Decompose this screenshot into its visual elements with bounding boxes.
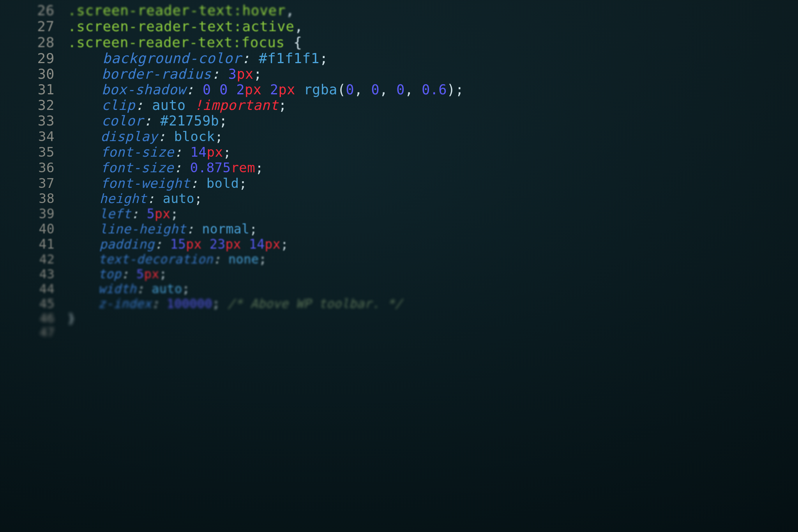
token-unit: px <box>225 237 241 252</box>
code-editor[interactable]: 26.screen-reader-text:hover,27.screen-re… <box>0 0 798 532</box>
line-number: 26 <box>0 2 68 18</box>
line-number: 37 <box>0 175 68 191</box>
token-num: 100000 <box>167 296 212 311</box>
token-space <box>220 296 228 311</box>
token-punct: , <box>286 2 294 18</box>
code-content[interactable]: z-index: 100000; /* Above WP toolbar. */ <box>68 296 798 311</box>
code-content[interactable]: font-weight: bold; <box>68 175 798 191</box>
code-line[interactable]: 28.screen-reader-text:focus { <box>0 34 798 50</box>
line-number: 35 <box>0 144 68 160</box>
code-line[interactable]: 34 display: block; <box>0 129 798 144</box>
token-unit: px <box>279 82 295 97</box>
token-sel: .screen-reader-text <box>68 34 233 50</box>
code-line[interactable]: 31 box-shadow: 0 0 2px 2px rgba(0, 0, 0,… <box>0 82 798 97</box>
token-punct: ; <box>259 252 267 267</box>
line-number: 31 <box>0 82 68 97</box>
code-content[interactable]: line-height: normal; <box>68 221 798 237</box>
token-unit: px <box>186 237 201 252</box>
line-number: 45 <box>0 296 68 311</box>
token-prop: clip <box>102 97 136 113</box>
code-line[interactable]: 30 border-radius: 3px; <box>0 66 798 82</box>
code-content[interactable]: } <box>68 311 798 325</box>
code-line[interactable]: 47 <box>0 325 798 339</box>
code-line[interactable]: 45 z-index: 100000; /* Above WP toolbar.… <box>0 296 798 311</box>
token-sel: .screen-reader-text <box>68 18 233 34</box>
code-line[interactable]: 29 background-color: #f1f1f1; <box>0 50 798 66</box>
code-line[interactable]: 41 padding: 15px 23px 14px; <box>0 237 798 252</box>
code-content[interactable]: font-size: 0.875rem; <box>68 160 798 175</box>
code-line[interactable]: 36 font-size: 0.875rem; <box>0 160 798 175</box>
token-colon: : <box>174 160 190 175</box>
code-content[interactable]: padding: 15px 23px 14px; <box>68 237 798 252</box>
code-content[interactable]: .screen-reader-text:focus { <box>68 34 798 50</box>
code-line[interactable]: 38 height: auto; <box>0 191 798 206</box>
code-line[interactable]: 46} <box>0 311 798 325</box>
code-content[interactable]: background-color: #f1f1f1; <box>68 50 798 66</box>
code-content[interactable]: display: block; <box>68 129 798 144</box>
line-number: 33 <box>0 113 68 129</box>
token-unit: px <box>144 267 159 281</box>
token-unit: rem <box>231 160 255 175</box>
token-colon: : <box>135 97 152 113</box>
token-unit: px <box>265 237 280 252</box>
code-content[interactable]: .screen-reader-text:active, <box>68 18 798 34</box>
token-punct: ; <box>215 129 223 144</box>
token-num: 0 <box>371 82 380 97</box>
code-line[interactable]: 27.screen-reader-text:active, <box>0 18 798 34</box>
token-num: 2 <box>236 82 245 97</box>
code-content[interactable]: box-shadow: 0 0 2px 2px rgba(0, 0, 0, 0.… <box>68 82 798 97</box>
line-number: 27 <box>0 18 68 34</box>
code-line[interactable]: 32 clip: auto !important; <box>0 97 798 113</box>
line-number: 38 <box>0 191 68 206</box>
code-content[interactable]: height: auto; <box>68 191 798 206</box>
code-content[interactable]: left: 5px; <box>68 206 798 221</box>
token-prop: line-height <box>99 221 186 237</box>
token-prop: display <box>101 129 158 144</box>
code-line[interactable]: 37 font-weight: bold; <box>0 175 798 191</box>
token-colon: : <box>242 50 259 66</box>
code-content[interactable]: clip: auto !important; <box>68 97 798 113</box>
token-num: 5 <box>147 206 155 221</box>
code-line[interactable]: 33 color: #21759b; <box>0 113 798 129</box>
token-prop: background-color <box>102 50 241 66</box>
code-line[interactable]: 35 font-size: 14px; <box>0 144 798 160</box>
line-number: 36 <box>0 160 68 175</box>
token-prop: box-shadow <box>102 82 186 97</box>
token-val: bold <box>207 175 239 191</box>
line-number: 34 <box>0 129 68 144</box>
code-content[interactable]: text-decoration: none; <box>68 252 798 267</box>
code-line[interactable]: 43 top: 5px; <box>0 267 798 281</box>
token-val: auto <box>163 191 194 206</box>
line-number: 30 <box>0 66 68 82</box>
code-content[interactable]: border-radius: 3px; <box>68 66 798 82</box>
token-num: 14 <box>191 144 207 160</box>
code-content[interactable]: width: auto; <box>68 281 798 296</box>
line-number: 39 <box>0 206 68 221</box>
token-prop: width <box>98 281 136 296</box>
line-number: 41 <box>0 237 68 252</box>
token-unit: px <box>245 82 261 97</box>
code-content[interactable]: font-size: 14px; <box>68 144 798 160</box>
token-colon: : <box>190 175 207 191</box>
token-prop: color <box>101 113 143 129</box>
token-prop: border-radius <box>102 66 212 82</box>
token-punct: ; <box>255 160 263 175</box>
token-punct: ; <box>212 296 220 311</box>
code-line[interactable]: 42 text-decoration: none; <box>0 252 798 267</box>
code-line[interactable]: 44 width: auto; <box>0 281 798 296</box>
line-number: 28 <box>0 34 68 50</box>
token-val: none <box>228 252 259 267</box>
token-colon: : <box>174 144 191 160</box>
token-brace: } <box>68 311 75 325</box>
token-space <box>211 82 220 97</box>
token-num: 15 <box>170 237 186 252</box>
code-line[interactable]: 26.screen-reader-text:hover, <box>0 2 798 18</box>
token-prop: z-index <box>98 296 152 311</box>
code-content[interactable]: top: 5px; <box>68 267 798 281</box>
code-line[interactable]: 40 line-height: normal; <box>0 221 798 237</box>
token-punct: ; <box>281 237 288 252</box>
line-number: 29 <box>0 50 68 66</box>
code-content[interactable]: color: #21759b; <box>68 113 798 129</box>
code-content[interactable]: .screen-reader-text:hover, <box>68 2 798 18</box>
code-line[interactable]: 39 left: 5px; <box>0 206 798 221</box>
